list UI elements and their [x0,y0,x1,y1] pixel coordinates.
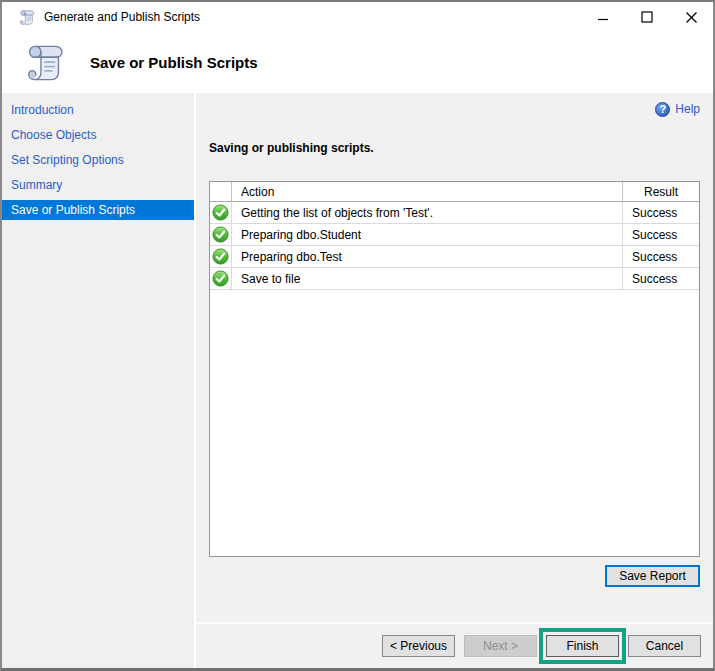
row-action: Preparing dbo.Test [232,246,623,267]
close-icon [685,11,698,24]
results-grid: Action Result Getting the list of object… [209,181,700,557]
table-row[interactable]: Preparing dbo.Test Success [210,246,699,268]
column-header-action[interactable]: Action [232,182,623,201]
column-header-result[interactable]: Result [623,182,699,201]
sidebar-item-summary[interactable]: Summary [2,175,194,195]
wizard-window: Generate and Publish Scripts Save or Pub… [0,0,715,671]
close-button[interactable] [669,2,713,32]
grid-empty-area [210,290,699,556]
column-header-status[interactable] [210,182,232,201]
previous-button[interactable]: < Previous [382,635,455,657]
grid-header-row: Action Result [210,182,699,202]
sidebar-item-introduction[interactable]: Introduction [2,100,194,120]
finish-button[interactable]: Finish [546,635,619,657]
wizard-step-nav: Introduction Choose Objects Set Scriptin… [2,93,194,668]
wizard-button-bar: < Previous Next > Finish Cancel [196,622,713,668]
help-label: Help [675,102,700,116]
row-result: Success [623,224,699,245]
minimize-button[interactable] [581,2,625,32]
window-title: Generate and Publish Scripts [44,10,581,24]
main-content: ? Help Saving or publishing scripts. Act… [196,93,713,622]
sidebar-item-save-or-publish-scripts[interactable]: Save or Publish Scripts [2,200,194,220]
help-icon: ? [655,102,670,117]
next-button[interactable]: Next > [464,635,537,657]
help-link[interactable]: ? Help [209,101,700,117]
row-action: Save to file [232,268,623,289]
success-check-icon [212,248,229,265]
progress-heading: Saving or publishing scripts. [209,141,700,155]
table-row[interactable]: Getting the list of objects from 'Test'.… [210,202,699,224]
row-action: Getting the list of objects from 'Test'. [232,202,623,223]
row-result: Success [623,268,699,289]
save-report-row: Save Report [209,565,700,587]
save-report-button[interactable]: Save Report [605,565,700,587]
row-result: Success [623,246,699,267]
maximize-button[interactable] [625,2,669,32]
success-check-icon [212,204,229,221]
finish-annotation-highlight: Finish [546,635,619,657]
wizard-header: Save or Publish Scripts [2,32,713,93]
main-panel: ? Help Saving or publishing scripts. Act… [196,93,713,668]
sidebar-item-choose-objects[interactable]: Choose Objects [2,125,194,145]
success-check-icon [212,270,229,287]
window-controls [581,2,713,32]
minimize-icon [597,11,609,23]
cancel-button[interactable]: Cancel [628,635,701,657]
row-result: Success [623,202,699,223]
table-row[interactable]: Preparing dbo.Student Success [210,224,699,246]
scroll-icon [23,41,65,85]
table-row[interactable]: Save to file Success [210,268,699,290]
maximize-icon [641,11,653,23]
row-action: Preparing dbo.Student [232,224,623,245]
wizard-body: Introduction Choose Objects Set Scriptin… [2,93,713,668]
title-bar: Generate and Publish Scripts [2,2,713,32]
sidebar-item-set-scripting-options[interactable]: Set Scripting Options [2,150,194,170]
page-title: Save or Publish Scripts [90,54,258,71]
success-check-icon [212,226,229,243]
app-scroll-icon [18,9,35,26]
